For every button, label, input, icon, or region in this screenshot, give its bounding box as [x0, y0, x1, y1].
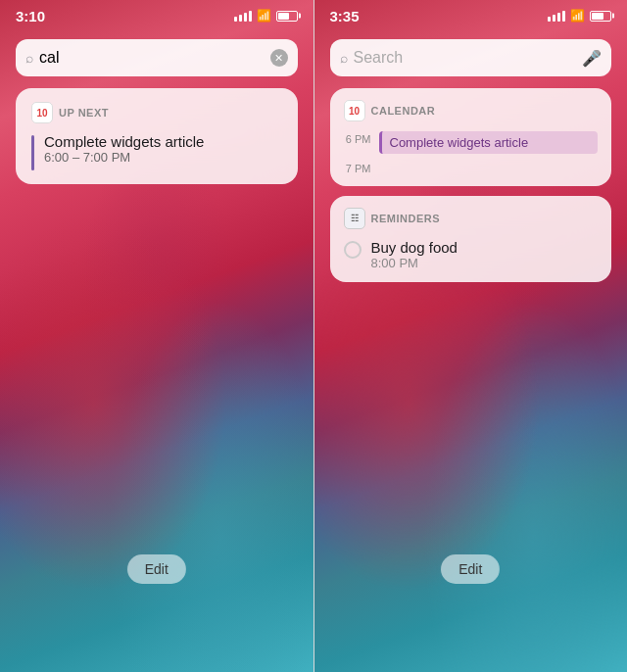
calendar-time-row: 6 PM 7 PM Complete widgets article — [344, 131, 599, 174]
left-time: 3:10 — [16, 8, 45, 24]
reminders-widget-title: REMINDERS — [371, 213, 441, 224]
calendar-widget-header: 10 CALENDAR — [344, 100, 599, 121]
event-time: 6:00 – 7:00 PM — [44, 150, 204, 165]
left-status-icons: 📶 — [234, 9, 298, 23]
calendar-event-block: Complete widgets article — [379, 131, 599, 154]
calendar-widget: 10 CALENDAR 6 PM 7 PM Complete widgets a… — [330, 88, 612, 186]
right-search-input[interactable]: Search — [354, 49, 583, 67]
right-signal-icon — [548, 11, 565, 22]
reminder-item: Buy dog food 8:00 PM — [344, 239, 599, 270]
up-next-widget: 10 UP NEXT Complete widgets article 6:00… — [16, 88, 298, 184]
event-details: Complete widgets article 6:00 – 7:00 PM — [44, 133, 204, 165]
right-time: 3:35 — [330, 8, 360, 24]
event-name: Complete widgets article — [44, 133, 204, 150]
left-status-bar: 3:10 📶 — [0, 0, 314, 31]
search-clear-button[interactable]: ✕ — [270, 49, 288, 67]
calendar-times: 6 PM 7 PM — [344, 131, 371, 174]
reminder-time: 8:00 PM — [371, 256, 458, 270]
battery-fill — [278, 13, 290, 20]
right-status-bar: 3:35 📶 — [314, 0, 628, 31]
left-phone-panel: 3:10 📶 ⌕ cal ✕ 10 — [0, 0, 314, 672]
reminder-checkbox[interactable] — [344, 241, 362, 259]
left-search-bar[interactable]: ⌕ cal ✕ — [16, 39, 298, 76]
microphone-icon[interactable]: 🎤 — [582, 49, 602, 68]
widget-header: 10 UP NEXT — [31, 102, 282, 123]
wifi-icon: 📶 — [257, 9, 271, 23]
signal-icon — [234, 11, 252, 22]
right-calendar-icon: 10 — [344, 100, 365, 121]
right-search-icon: ⌕ — [340, 50, 348, 66]
left-edit-button[interactable]: Edit — [127, 554, 186, 584]
right-wifi-icon: 📶 — [570, 9, 585, 23]
right-battery-fill — [592, 13, 603, 20]
reminders-widget: ☷ REMINDERS Buy dog food 8:00 PM — [330, 196, 612, 282]
time-7pm-label: 7 PM — [344, 163, 371, 174]
event-color-bar — [31, 135, 34, 170]
right-search-bar[interactable]: ⌕ Search 🎤 — [330, 39, 612, 76]
search-icon: ⌕ — [25, 50, 33, 66]
right-phone-panel: 3:35 📶 ⌕ Search 🎤 10 — [314, 0, 628, 672]
right-status-icons: 📶 — [548, 9, 611, 23]
right-battery-icon — [590, 11, 611, 22]
battery-icon — [276, 11, 298, 22]
widget-title: UP NEXT — [59, 107, 109, 119]
right-edit-button[interactable]: Edit — [441, 554, 500, 584]
reminders-widget-header: ☷ REMINDERS — [344, 208, 599, 229]
reminder-details: Buy dog food 8:00 PM — [371, 239, 458, 270]
reminder-name: Buy dog food — [371, 239, 458, 256]
left-search-input[interactable]: cal — [39, 49, 270, 67]
calendar-icon: 10 — [31, 102, 53, 123]
calendar-widget-title: CALENDAR — [371, 105, 436, 117]
event-item: Complete widgets article 6:00 – 7:00 PM — [31, 133, 282, 170]
reminders-icon: ☷ — [344, 208, 365, 229]
time-6pm-label: 6 PM — [344, 133, 371, 145]
calendar-events-area: Complete widgets article — [379, 131, 599, 174]
